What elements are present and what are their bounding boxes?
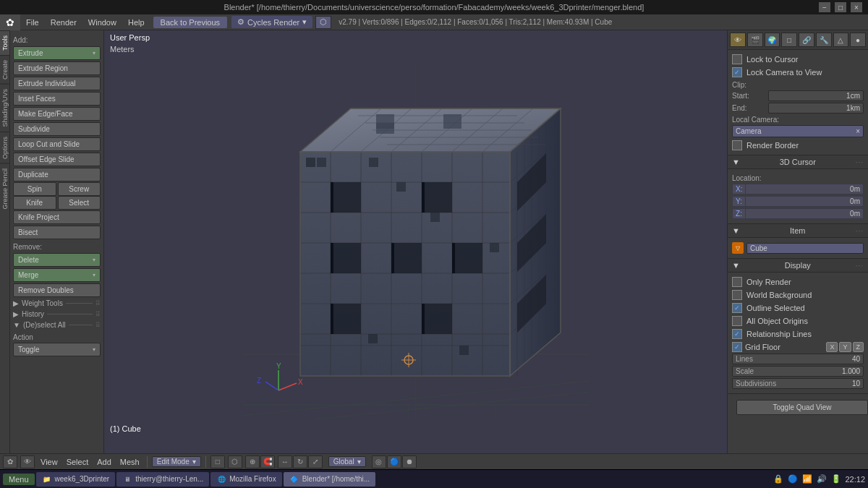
material-icon[interactable]: ● xyxy=(850,33,866,47)
3d-viewport[interactable]: User Persp Meters xyxy=(104,30,727,453)
back-to-previous-button[interactable]: Back to Previous xyxy=(153,17,228,28)
merge-button[interactable]: Merge ▾ xyxy=(13,268,101,282)
offset-edge-button[interactable]: Offset Edge Slide xyxy=(13,153,101,166)
lock-camera-checkbox[interactable]: ✓ xyxy=(732,67,742,77)
render-border-row[interactable]: Render Border xyxy=(732,139,864,152)
menu-render[interactable]: Render xyxy=(45,14,82,30)
lock-camera-row[interactable]: ✓ Lock Camera to View xyxy=(732,66,864,79)
knife-project-button[interactable]: Knife Project xyxy=(13,210,101,224)
tab-options[interactable]: Options xyxy=(0,132,9,163)
knife-button[interactable]: Knife xyxy=(13,196,56,210)
renderer-selector[interactable]: ⚙ Cycles Render ▾ xyxy=(231,16,312,28)
close-button[interactable]: × xyxy=(851,2,862,12)
taskbar-item-firefox[interactable]: 🌐 Mozilla Firefox xyxy=(210,472,281,487)
inset-faces-button[interactable]: Inset Faces xyxy=(13,92,101,106)
duplicate-button[interactable]: Duplicate xyxy=(13,168,101,181)
data-icon[interactable]: △ xyxy=(833,33,849,47)
bottom-select[interactable]: Select xyxy=(64,458,92,466)
object-icon[interactable]: □ xyxy=(781,33,797,47)
record-icon[interactable]: ⏺ xyxy=(402,455,417,468)
grid-y-button[interactable]: Y xyxy=(839,342,851,352)
magnet-icon[interactable]: 🧲 xyxy=(260,455,275,468)
weight-tools-collapse[interactable]: ▶ Weight Tools ⠿ xyxy=(13,298,101,309)
bottom-view[interactable]: View xyxy=(38,458,61,466)
wireframe-icon[interactable]: ⬡ xyxy=(228,455,242,468)
tab-shading-uvs[interactable]: Shading/UVs xyxy=(0,84,9,132)
scale-icon[interactable]: ⤢ xyxy=(308,455,323,468)
screw-button[interactable]: Screw xyxy=(58,182,101,196)
rotate-icon[interactable]: ↻ xyxy=(293,455,307,468)
render-border-checkbox[interactable] xyxy=(732,140,742,150)
blender-icon[interactable]: ✿ xyxy=(0,14,20,30)
onion-icon[interactable]: 🔵 xyxy=(387,455,401,468)
world-icon[interactable]: 🌍 xyxy=(765,33,780,47)
item-name-input[interactable]: Cube xyxy=(746,243,864,254)
taskbar-start-button[interactable]: Menu xyxy=(3,474,35,485)
constraint-icon[interactable]: 🔗 xyxy=(799,33,814,47)
taskbar-item-blender[interactable]: 🔷 Blender* [/home/thi... xyxy=(284,472,375,487)
camera-select-row: Camera × xyxy=(732,125,864,137)
deselect-all-collapse[interactable]: ▼ (De)select All ⠿ xyxy=(13,320,101,330)
taskbar-item-filemanager[interactable]: 📁 week6_3Dprinter xyxy=(36,472,116,487)
grid-z-button[interactable]: Z xyxy=(853,342,864,352)
relationship-row[interactable]: ✓ Relationship Lines xyxy=(732,328,864,341)
world-bg-checkbox[interactable] xyxy=(732,290,742,300)
tab-grease-pencil[interactable]: Grease Pencil xyxy=(0,163,9,214)
modifier-icon[interactable]: 🔧 xyxy=(816,33,832,47)
minimize-button[interactable]: − xyxy=(819,2,830,12)
loop-cut-button[interactable]: Loop Cut and Slide xyxy=(13,137,101,151)
maximize-button[interactable]: □ xyxy=(835,2,846,12)
toggle-quad-button[interactable]: Toggle Quad View xyxy=(736,400,868,415)
item-section-header[interactable]: ▼ Item ··· xyxy=(728,224,868,238)
camera-select[interactable]: Camera × xyxy=(732,125,864,137)
subdivide-button[interactable]: Subdivide xyxy=(13,122,101,136)
display-section-header[interactable]: ▼ Display ··· xyxy=(728,259,868,273)
tab-tools[interactable]: Tools xyxy=(0,30,9,55)
grab-icon[interactable]: ↔ xyxy=(278,455,292,468)
mode-selector[interactable]: Edit Mode ▾ xyxy=(152,456,201,467)
cursor-section-header[interactable]: ▼ 3D Cursor ··· xyxy=(728,155,868,169)
scene-icon[interactable]: 🎬 xyxy=(747,33,763,47)
outline-selected-row[interactable]: ✓ Outline Selected xyxy=(732,301,864,314)
all-origins-row[interactable]: All Object Origins xyxy=(732,314,864,328)
make-edge-face-button[interactable]: Make Edge/Face xyxy=(13,107,101,121)
taskbar-right: 🔒 🔵 📶 🔊 🔋 22:12 xyxy=(773,474,865,485)
global-selector[interactable]: Global ▾ xyxy=(328,456,366,467)
viewport-shading-icon[interactable]: □ xyxy=(210,455,225,468)
proportional-icon[interactable]: ◎ xyxy=(372,455,386,468)
lock-to-cursor-row[interactable]: Lock to Cursor xyxy=(732,53,864,66)
delete-button[interactable]: Delete ▾ xyxy=(13,253,101,267)
taskbar-item-terminal[interactable]: 🖥 thierry@thierry-Len... xyxy=(116,472,209,487)
bottom-blender-icon[interactable]: ✿ xyxy=(3,455,17,468)
history-collapse[interactable]: ▶ History ⠿ xyxy=(13,309,101,320)
menu-file[interactable]: File xyxy=(20,14,45,30)
tab-create[interactable]: Create xyxy=(0,55,9,84)
menu-help[interactable]: Help xyxy=(122,14,150,30)
clip-end-input[interactable]: 1km xyxy=(768,103,864,114)
outline-selected-checkbox[interactable]: ✓ xyxy=(732,303,742,313)
remove-doubles-button[interactable]: Remove Doubles xyxy=(13,283,101,297)
only-render-checkbox[interactable] xyxy=(732,277,742,287)
relationship-checkbox[interactable]: ✓ xyxy=(732,329,742,339)
extrude-individual-button[interactable]: Extrude Individual xyxy=(13,77,101,90)
bottom-persp-icon[interactable]: 👁 xyxy=(20,455,35,468)
grid-x-button[interactable]: X xyxy=(826,342,838,352)
spin-button[interactable]: Spin xyxy=(13,182,56,196)
bottom-add[interactable]: Add xyxy=(94,458,114,466)
extrude-button[interactable]: Extrude ▾ xyxy=(13,46,101,60)
select-button[interactable]: Select xyxy=(58,196,101,210)
cycles-icon[interactable]: ⬡ xyxy=(315,16,331,29)
view-icon[interactable]: 👁 xyxy=(730,33,746,47)
bottom-mesh[interactable]: Mesh xyxy=(117,458,142,466)
menu-window[interactable]: Window xyxy=(82,14,122,30)
toggle-button[interactable]: Toggle ▾ xyxy=(13,343,101,356)
grid-floor-checkbox[interactable]: ✓ xyxy=(732,342,742,352)
bisect-button[interactable]: Bisect xyxy=(13,226,101,239)
clip-start-input[interactable]: 1cm xyxy=(768,90,864,101)
extrude-region-button[interactable]: Extrude Region xyxy=(13,61,101,75)
only-render-row[interactable]: Only Render xyxy=(732,275,864,288)
all-origins-checkbox[interactable] xyxy=(732,316,742,326)
world-bg-row[interactable]: World Background xyxy=(732,288,864,301)
snap-icon[interactable]: ⊕ xyxy=(245,455,260,468)
lock-to-cursor-checkbox[interactable] xyxy=(732,54,742,64)
